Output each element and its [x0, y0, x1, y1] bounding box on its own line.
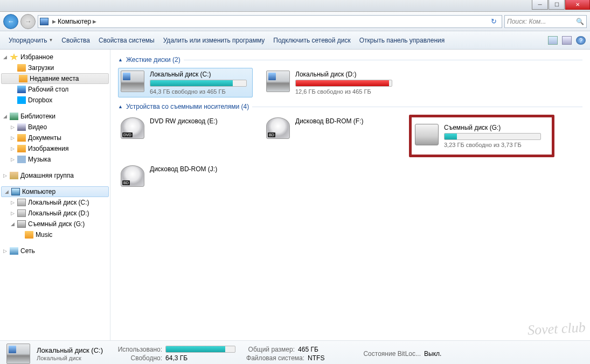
computer-icon	[40, 18, 48, 25]
network-icon	[10, 247, 18, 255]
drive-d[interactable]: Локальный диск (D:) 12,6 ГБ свободно из …	[263, 68, 398, 97]
toolbar: Упорядочить▼ Свойства Свойства системы У…	[0, 31, 590, 50]
homegroup-icon	[10, 172, 18, 179]
details-fs-value: NTFS	[308, 354, 324, 362]
navigation-pane: ◢Избранное Загрузки Недавние места Рабоч…	[0, 50, 110, 340]
sidebar-pictures[interactable]: ▷Изображения	[0, 143, 110, 154]
details-usage-bar	[165, 346, 235, 353]
drive-bd-f[interactable]: BD Дисковод BD-ROM (F:)	[263, 115, 398, 157]
details-bitlocker-value: Выкл.	[424, 350, 441, 358]
usb-drive-icon	[415, 124, 439, 145]
maximize-button[interactable]: ☐	[549, 0, 565, 10]
bd-icon: BD	[266, 117, 290, 139]
sidebar-music[interactable]: ▷Музыка	[0, 154, 110, 165]
details-total-label: Общий размер:	[246, 346, 295, 353]
refresh-button[interactable]: ↻	[488, 17, 500, 25]
homegroup-item[interactable]: ▷Домашняя группа	[0, 170, 110, 181]
hdd-icon	[17, 209, 26, 217]
usb-icon	[17, 220, 26, 228]
drive-usb-g[interactable]: Съемный диск (G:) 3,23 ГБ свободно из 3,…	[409, 115, 554, 157]
view-options-button[interactable]	[548, 36, 558, 45]
drive-g-name: Съемный диск (G:)	[444, 124, 549, 131]
drive-g-free: 3,23 ГБ свободно из 3,73 ГБ	[444, 142, 549, 148]
breadcrumb-computer[interactable]: Компьютер	[58, 18, 91, 25]
drive-c[interactable]: Локальный диск (C:) 64,3 ГБ свободно из …	[118, 68, 253, 97]
star-icon	[10, 53, 18, 61]
drive-d-usage-bar	[295, 80, 392, 87]
sidebar-drive-g[interactable]: ◢Съемный диск (G:)	[0, 219, 110, 229]
drive-c-name: Локальный диск (C:)	[150, 71, 250, 78]
dvd-icon: DVD	[121, 117, 144, 139]
drive-c-free: 64,3 ГБ свободно из 465 ГБ	[150, 88, 250, 95]
search-placeholder: Поиск: Ком...	[507, 18, 546, 25]
removable-devices-header[interactable]: ▲ Устройства со съемными носителями (4)	[118, 103, 582, 110]
address-bar[interactable]: ▶ Компьютер ▶ ↻	[38, 15, 502, 28]
titlebar: ─ ☐ ✕	[0, 0, 590, 12]
details-total-value: 465 ГБ	[298, 346, 318, 353]
collapse-icon: ▲	[118, 57, 123, 62]
sidebar-drive-c[interactable]: ▷Локальный диск (C:)	[0, 197, 110, 208]
details-bitlocker-label: Состояние BitLoc...	[363, 350, 421, 358]
desktop-icon	[17, 86, 26, 93]
sidebar-computer[interactable]: ◢Компьютер	[1, 186, 109, 197]
control-panel-button[interactable]: Открыть панель управления	[355, 34, 449, 46]
hdd-icon	[121, 71, 144, 92]
preview-pane-button[interactable]	[562, 36, 572, 45]
details-free-value: 64,3 ГБ	[165, 354, 188, 362]
chevron-right-icon: ▶	[52, 19, 56, 24]
drive-e-name: DVD RW дисковод (E:)	[150, 117, 250, 125]
properties-button[interactable]: Свойства	[57, 34, 94, 46]
minimize-button[interactable]: ─	[532, 0, 548, 10]
sidebar-downloads[interactable]: Загрузки	[0, 62, 110, 73]
help-button[interactable]: ?	[576, 36, 586, 45]
sidebar-dropbox[interactable]: Dropbox	[0, 95, 110, 106]
favorites-group[interactable]: ◢Избранное	[0, 52, 110, 62]
system-properties-button[interactable]: Свойства системы	[94, 34, 159, 46]
map-network-drive-button[interactable]: Подключить сетевой диск	[269, 34, 355, 46]
back-button[interactable]: ←	[3, 14, 18, 29]
drive-j-name: Дисковод BD-ROM (J:)	[150, 165, 250, 173]
drive-g-usage-bar	[444, 133, 541, 140]
sidebar-documents[interactable]: ▷Документы	[0, 132, 110, 143]
organize-menu[interactable]: Упорядочить▼	[4, 34, 57, 46]
details-pane: Локальный диск (C:) Локальный диск Испол…	[0, 340, 590, 364]
sidebar-music-folder[interactable]: Music	[0, 229, 110, 240]
watermark: Sovet club	[527, 319, 586, 339]
documents-icon	[17, 134, 26, 142]
drive-bd-j[interactable]: BD Дисковод BD-ROM (J:)	[118, 163, 253, 190]
sidebar-desktop[interactable]: Рабочий стол	[0, 84, 110, 95]
folder-icon	[17, 64, 26, 72]
navigation-bar: ← → ▶ Компьютер ▶ ↻ Поиск: Ком... 🔍	[0, 12, 590, 31]
hdd-icon	[17, 199, 26, 206]
computer-icon	[11, 188, 20, 195]
libraries-icon	[10, 113, 18, 120]
details-used-label: Использовано:	[114, 346, 162, 353]
recent-icon	[19, 75, 27, 82]
hdd-icon	[266, 71, 290, 92]
drive-d-name: Локальный диск (D:)	[295, 71, 395, 78]
sidebar-drive-d[interactable]: ▷Локальный диск (D:)	[0, 208, 110, 219]
details-free-label: Свободно:	[114, 354, 162, 362]
search-input[interactable]: Поиск: Ком... 🔍	[504, 15, 587, 28]
bd-icon: BD	[121, 165, 144, 187]
libraries-group[interactable]: ◢Библиотеки	[0, 111, 110, 122]
chevron-right-icon: ▶	[93, 19, 96, 24]
collapse-icon: ▲	[118, 104, 123, 109]
video-icon	[17, 123, 26, 131]
sidebar-network[interactable]: ▷Сеть	[0, 246, 110, 256]
content-pane: ▲ Жесткие диски (2) Локальный диск (C:) …	[110, 50, 590, 340]
details-drive-name: Локальный диск (C:)	[37, 346, 103, 354]
drive-c-usage-bar	[150, 80, 247, 87]
drive-dvd-e[interactable]: DVD DVD RW дисковод (E:)	[118, 115, 253, 157]
drive-d-free: 12,6 ГБ свободно из 465 ГБ	[295, 88, 395, 95]
music-icon	[17, 156, 26, 163]
forward-button[interactable]: →	[20, 14, 36, 29]
details-fs-label: Файловая система:	[246, 354, 304, 362]
hard-drives-header[interactable]: ▲ Жесткие диски (2)	[118, 56, 582, 64]
details-drive-type: Локальный диск	[37, 355, 103, 361]
uninstall-program-button[interactable]: Удалить или изменить программу	[159, 34, 269, 46]
close-button[interactable]: ✕	[565, 0, 590, 10]
sidebar-videos[interactable]: ▷Видео	[0, 122, 110, 132]
sidebar-recent-places[interactable]: Недавние места	[1, 73, 109, 84]
pictures-icon	[17, 145, 26, 152]
